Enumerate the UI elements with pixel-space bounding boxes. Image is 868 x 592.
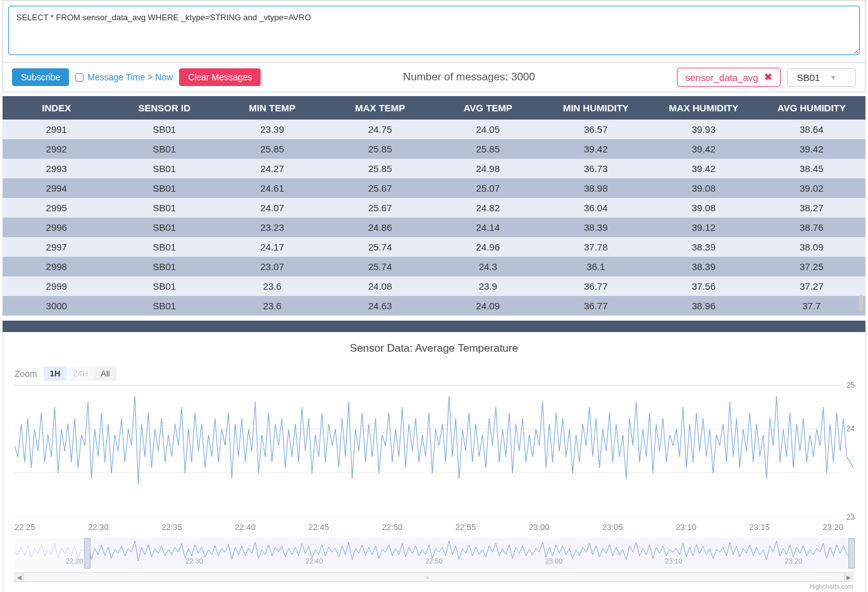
x-tick: 22:35 [161,522,182,532]
table-cell: 39.42 [650,139,758,159]
table-cell: 36.04 [542,198,650,218]
scroll-right-arrow-icon[interactable]: ▶ [844,573,853,581]
time-filter-label[interactable]: Message Time > Now [87,72,173,82]
query-container [3,0,865,63]
x-tick: 23:05 [602,522,623,532]
table-cell: SB01 [111,276,219,296]
table-cell: 23.39 [218,120,326,139]
nav-tick: 22:50 [425,557,443,565]
table-cell: 39.08 [650,178,758,198]
column-header[interactable]: SENSOR ID [111,96,219,120]
section-divider [3,321,865,332]
zoom-button-1h[interactable]: 1H [44,366,67,381]
nav-tick: 22:30 [185,557,203,565]
chart-credit[interactable]: Highcharts.com [6,582,862,590]
table-cell: 25.85 [218,139,326,159]
column-header[interactable]: MIN TEMP [218,96,326,120]
x-tick: 22:50 [382,522,403,532]
query-input[interactable] [8,6,860,55]
table-cell: 24.98 [434,159,542,178]
x-tick: 22:30 [88,522,109,532]
table-cell: 2992 [3,139,111,159]
table-cell: 25.67 [326,178,435,198]
zoom-button-all[interactable]: All [94,366,116,381]
table-row[interactable]: 2992SB0125.8525.8525.8539.4239.4239.42 [3,139,865,159]
table-cell: 39.93 [650,120,758,139]
table-cell: 25.85 [326,139,435,159]
vertical-scrollbar-thumb[interactable] [859,295,863,312]
table-row[interactable]: 3000SB0123.624.6324.0936.7738.9637.7 [3,296,865,316]
table-cell: 36.77 [542,296,650,316]
chart-plot-area[interactable]: 25 24 23 [15,385,853,517]
table-cell: 37.56 [650,276,758,296]
table-cell: 25.67 [326,198,435,218]
message-count-label: Number of messages: [403,71,508,83]
zoom-button-24h: 24H [66,366,94,381]
table-cell: 25.07 [434,178,542,198]
table-row[interactable]: 2991SB0123.3924.7524.0536.5739.9338.64 [3,120,865,139]
table-cell: 24.27 [218,159,326,178]
table-cell: 24.14 [434,218,542,237]
table-cell: 38.39 [650,237,758,257]
column-header[interactable]: MAX HUMIDITY [650,96,758,120]
table-row[interactable]: 2996SB0123.2324.8624.1438.3939.1238.76 [3,218,865,237]
table-cell: 24.3 [434,257,542,276]
horizontal-scrollbar[interactable]: ◀ ≡ ▶ [15,572,853,582]
table-cell: 3000 [3,296,111,316]
topic-tag-label: sensor_data_avg [685,72,758,83]
table-cell: 2997 [3,237,111,257]
table-row[interactable]: 2998SB0123.0725.7424.336.138.3937.25 [3,257,865,276]
table-row[interactable]: 2997SB0124.1725.7424.9637.7838.3938.09 [3,237,865,257]
table-cell: 23.9 [434,276,542,296]
table-cell: SB01 [111,296,219,316]
column-header[interactable]: MIN HUMIDITY [542,96,650,120]
zoom-controls: Zoom 1H24HAll [6,366,862,381]
table-cell: 24.07 [218,198,326,218]
table-cell: 24.05 [434,120,542,139]
topic-tag[interactable]: sensor_data_avg ✖ [677,68,781,87]
table-cell: 36.73 [542,159,650,178]
table-cell: 23.07 [218,257,326,276]
table-cell: 38.98 [542,178,650,198]
table-cell: 2996 [3,218,111,237]
scroll-left-arrow-icon[interactable]: ◀ [15,573,24,581]
x-tick: 22:45 [309,522,330,532]
table-row[interactable]: 2993SB0124.2725.8524.9836.7339.4238.45 [3,159,865,178]
table-cell: 38.39 [542,218,650,237]
table-cell: 38.09 [758,237,866,257]
table-cell: 25.74 [326,257,435,276]
column-header[interactable]: INDEX [3,96,111,120]
table-cell: 24.75 [326,120,435,139]
table-cell: SB01 [111,237,219,257]
table-cell: 24.09 [434,296,542,316]
nav-tick: 23:10 [665,557,683,565]
table-cell: 2995 [3,198,111,218]
x-tick: 23:20 [822,522,843,532]
chart-navigator[interactable]: 22:2022:3022:4022:5023:0023:1023:20 [15,538,853,569]
x-tick: 22:55 [456,522,476,532]
table-row[interactable]: 2994SB0124.6125.6725.0738.9839.0839.02 [3,178,865,198]
close-icon[interactable]: ✖ [764,71,772,83]
clear-messages-button[interactable]: Clear Messages [179,68,261,86]
table-row[interactable]: 2999SB0123.624.0823.936.7737.5637.27 [3,276,865,296]
table-cell: 25.85 [434,139,542,159]
column-header[interactable]: AVG TEMP [434,96,542,120]
table-row[interactable]: 2995SB0124.0725.6724.8236.0439.0838.27 [3,198,865,218]
zoom-label: Zoom [15,369,37,379]
table-cell: 39.12 [650,218,758,237]
table-cell: SB01 [111,218,219,237]
subscribe-button[interactable]: Subscribe [12,68,69,86]
column-header[interactable]: AVG HUMIDITY [758,96,866,120]
chart-line-svg [15,385,853,517]
table-cell: 24.08 [326,276,435,296]
sensor-select-value: SB01 [797,72,820,83]
table-cell: 37.78 [542,237,650,257]
column-header[interactable]: MAX TEMP [326,96,435,120]
table-cell: SB01 [111,159,219,178]
table-cell: 23.6 [218,276,326,296]
nav-tick: 23:00 [545,557,563,565]
scroll-grip-icon[interactable]: ≡ [426,574,430,581]
sensor-select[interactable]: SB01 ▼ [787,68,856,87]
time-filter-checkbox[interactable] [75,73,84,82]
x-tick: 23:15 [749,522,770,532]
